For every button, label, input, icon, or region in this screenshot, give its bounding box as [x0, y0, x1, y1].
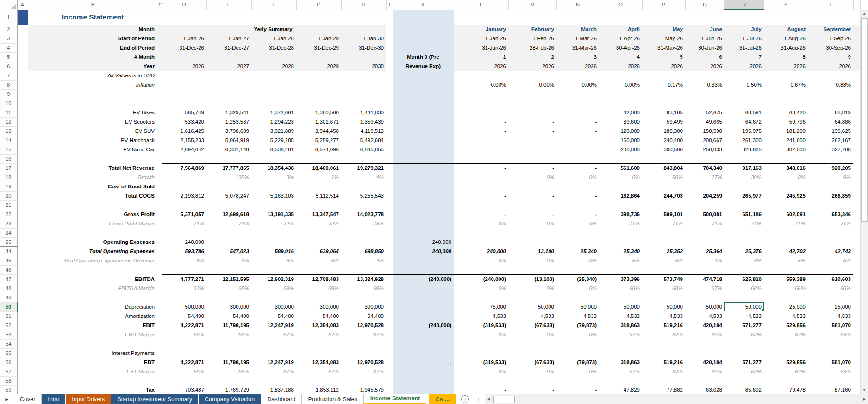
cell-A55[interactable] — [17, 348, 28, 358]
tab-intro[interactable]: Intro — [42, 394, 66, 404]
cell-Q22[interactable]: 500,081 — [685, 210, 724, 219]
cell-H6[interactable]: 2030 — [341, 62, 386, 71]
cell-S12[interactable]: 59,796 — [764, 117, 808, 126]
cell-A25[interactable] — [17, 237, 28, 247]
row-header-14[interactable]: 14 — [0, 136, 17, 145]
scroll-up-icon[interactable]: ▲ — [861, 10, 868, 18]
cell-F21[interactable] — [251, 200, 296, 210]
cell-F52[interactable]: 12,247,919 — [251, 321, 296, 330]
cell-S13[interactable]: 181,200 — [764, 126, 808, 136]
cell-D1[interactable] — [162, 10, 206, 25]
cell-T54[interactable] — [808, 339, 853, 348]
cell-L21[interactable] — [454, 200, 508, 210]
cell-N23[interactable]: 0% — [556, 219, 599, 228]
cell-S17[interactable]: 848,016 — [764, 163, 808, 173]
cell-R44[interactable]: 25,376 — [724, 247, 764, 256]
cell-B11[interactable]: EV Bikes — [28, 108, 158, 117]
cell-H17[interactable]: 19,279,321 — [341, 163, 386, 173]
cell-L10[interactable] — [454, 99, 508, 108]
cell-D45[interactable]: 8% — [162, 256, 206, 265]
cell-Q25[interactable] — [685, 237, 724, 247]
cell-T19[interactable] — [808, 182, 853, 191]
cell-M7[interactable] — [508, 71, 556, 80]
cell-N44[interactable]: 25,340 — [556, 247, 599, 256]
cell-K57[interactable] — [393, 367, 454, 376]
cell-A22[interactable] — [17, 210, 28, 219]
cell-F49[interactable] — [251, 293, 296, 302]
cell-I54[interactable] — [386, 339, 393, 348]
cell-G44[interactable]: 639,064 — [296, 247, 341, 256]
cell-G57[interactable]: 67% — [296, 367, 341, 376]
cell-A2[interactable] — [17, 25, 28, 34]
cell-C48[interactable] — [158, 284, 162, 293]
cell-E20[interactable]: 5,078,247 — [206, 191, 251, 200]
cell-K19[interactable] — [393, 182, 454, 191]
cell-P51[interactable]: 4,533 — [642, 311, 685, 321]
cell-Q50[interactable]: 50,000 — [685, 302, 724, 311]
cell-S3[interactable]: 1-Aug-26 — [764, 34, 808, 43]
cell-M16[interactable] — [508, 154, 556, 163]
cell-C54[interactable] — [158, 339, 162, 348]
cell-D48[interactable]: 63% — [162, 284, 206, 293]
cell-Q51[interactable]: 4,533 — [685, 311, 724, 321]
cell-O53[interactable]: 57% — [599, 330, 642, 339]
cell-L55[interactable]: - — [454, 348, 508, 358]
cell-C46[interactable] — [158, 265, 162, 274]
cell-N52[interactable]: (79,873) — [556, 321, 599, 330]
cell-I23[interactable] — [386, 219, 393, 228]
cell-E45[interactable]: 3% — [206, 256, 251, 265]
cell-H54[interactable] — [341, 339, 386, 348]
cell-L20[interactable]: - — [454, 191, 508, 200]
cell-A52[interactable] — [17, 321, 28, 330]
cell-C55[interactable] — [158, 348, 162, 358]
cell-T6[interactable]: 2026 — [808, 62, 853, 71]
row-header-8[interactable]: 8 — [0, 80, 17, 89]
cell-I52[interactable] — [386, 321, 393, 330]
cell-K15[interactable] — [393, 145, 454, 154]
horizontal-scrollbar[interactable]: ◀ ▶ — [485, 394, 868, 404]
cell-L12[interactable]: - — [454, 117, 508, 126]
cell-D50[interactable]: 500,000 — [162, 302, 206, 311]
cell-P20[interactable]: 244,703 — [642, 191, 685, 200]
cell-F53[interactable]: 67% — [251, 330, 296, 339]
cell-S7[interactable] — [764, 71, 808, 80]
cell-A44[interactable] — [17, 247, 28, 256]
cell-C59[interactable] — [158, 385, 162, 394]
cell-S53[interactable]: 62% — [764, 330, 808, 339]
cell-B54[interactable] — [28, 339, 158, 348]
cell-G50[interactable]: 300,000 — [296, 302, 341, 311]
cell-R3[interactable]: 1-Jul-26 — [724, 34, 764, 43]
cell-C23[interactable] — [158, 219, 162, 228]
cell-R18[interactable]: 30% — [724, 173, 764, 182]
cell-R6[interactable]: 2026 — [724, 62, 764, 71]
cell-S15[interactable]: 302,000 — [764, 145, 808, 154]
cell-F8[interactable] — [251, 80, 296, 89]
cell-C6[interactable] — [158, 62, 162, 71]
cell-N53[interactable]: 0% — [556, 330, 599, 339]
cell-D47[interactable]: 4,777,271 — [162, 274, 206, 284]
cell-B9[interactable] — [28, 89, 158, 99]
cell-F56[interactable]: 12,247,919 — [251, 358, 296, 367]
cell-I56[interactable] — [386, 358, 393, 367]
cell-M25[interactable] — [508, 237, 556, 247]
cell-S24[interactable] — [764, 228, 808, 237]
cell-N1[interactable] — [556, 10, 599, 25]
cell-E53[interactable]: 66% — [206, 330, 251, 339]
cell-P1[interactable] — [642, 10, 685, 25]
cell-G13[interactable]: 3,944,458 — [296, 126, 341, 136]
cell-Q20[interactable]: 204,259 — [685, 191, 724, 200]
cell-K50[interactable] — [393, 302, 454, 311]
cell-D5[interactable] — [162, 52, 206, 62]
cell-R1[interactable] — [724, 10, 764, 25]
cell-K8[interactable] — [393, 80, 454, 89]
cell-K21[interactable] — [393, 200, 454, 210]
cell-M56[interactable]: (67,633) — [508, 358, 556, 367]
cell-O11[interactable]: 42,000 — [599, 108, 642, 117]
row-header-7[interactable]: 7 — [0, 71, 17, 80]
cell-R14[interactable]: 261,300 — [724, 136, 764, 145]
cell-S49[interactable] — [764, 293, 808, 302]
row-header-24[interactable]: 24 — [0, 228, 17, 237]
cell-B17[interactable]: Total Net Revenue — [28, 163, 158, 173]
cell-N3[interactable]: 1-Mar-26 — [556, 34, 599, 43]
cell-O16[interactable] — [599, 154, 642, 163]
